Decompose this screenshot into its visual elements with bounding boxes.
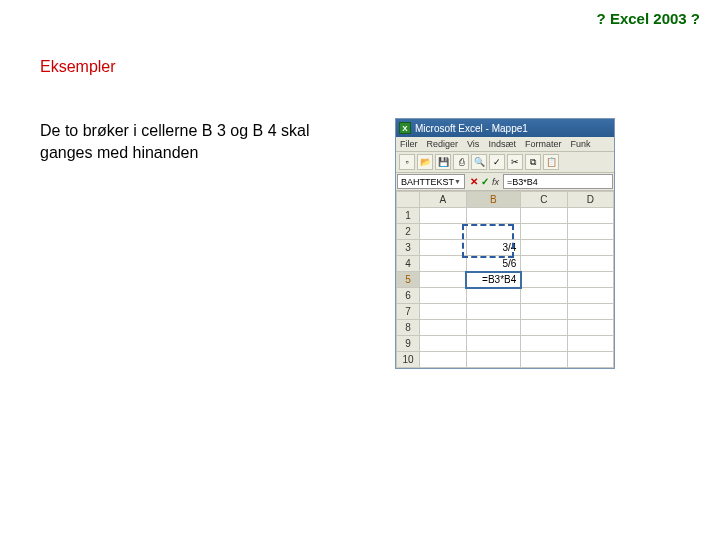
cell-d2[interactable] [567, 224, 613, 240]
row-header-7[interactable]: 7 [397, 304, 420, 320]
cell-a6[interactable] [420, 288, 466, 304]
excel-app-icon: X [399, 122, 411, 134]
cell-b10[interactable] [466, 352, 521, 368]
cell-d3[interactable] [567, 240, 613, 256]
spell-icon[interactable]: ✓ [489, 154, 505, 170]
menu-item-formater[interactable]: Formater [525, 139, 562, 149]
menu-item-indsaet[interactable]: Indsæt [488, 139, 516, 149]
cut-icon[interactable]: ✂ [507, 154, 523, 170]
confirm-icon[interactable]: ✓ [481, 176, 489, 187]
formula-value: =B3*B4 [507, 177, 538, 187]
cell-c5[interactable] [521, 272, 567, 288]
cell-a5[interactable] [420, 272, 466, 288]
cell-d4[interactable] [567, 256, 613, 272]
cell-a9[interactable] [420, 336, 466, 352]
cell-b2[interactable] [466, 224, 521, 240]
excel-window: X Microsoft Excel - Mappe1 Filer Rediger… [395, 118, 615, 369]
col-header-c[interactable]: C [521, 192, 567, 208]
open-icon[interactable]: 📂 [417, 154, 433, 170]
cell-c2[interactable] [521, 224, 567, 240]
menu-item-vis[interactable]: Vis [467, 139, 479, 149]
cell-d8[interactable] [567, 320, 613, 336]
col-header-b[interactable]: B [466, 192, 521, 208]
cell-d6[interactable] [567, 288, 613, 304]
row-header-10[interactable]: 10 [397, 352, 420, 368]
cell-b3[interactable]: 3/4 [466, 240, 521, 256]
row-header-9[interactable]: 9 [397, 336, 420, 352]
formula-input[interactable]: =B3*B4 [503, 174, 613, 189]
cell-d10[interactable] [567, 352, 613, 368]
row-header-8[interactable]: 8 [397, 320, 420, 336]
row-header-2[interactable]: 2 [397, 224, 420, 240]
new-icon[interactable]: ▫ [399, 154, 415, 170]
cell-b4[interactable]: 5/6 [466, 256, 521, 272]
cancel-icon[interactable]: ✕ [470, 176, 478, 187]
cell-a4[interactable] [420, 256, 466, 272]
cell-b8[interactable] [466, 320, 521, 336]
toolbar: ▫ 📂 💾 ⎙ 🔍 ✓ ✂ ⧉ 📋 [396, 152, 614, 173]
cell-a2[interactable] [420, 224, 466, 240]
row-header-3[interactable]: 3 [397, 240, 420, 256]
cell-b7[interactable] [466, 304, 521, 320]
cell-c7[interactable] [521, 304, 567, 320]
cell-c10[interactable] [521, 352, 567, 368]
menu-item-rediger[interactable]: Rediger [427, 139, 459, 149]
body-paragraph: De to brøker i cellerne B 3 og B 4 skal … [40, 120, 350, 163]
cell-a8[interactable] [420, 320, 466, 336]
paste-icon[interactable]: 📋 [543, 154, 559, 170]
menu-item-funk[interactable]: Funk [570, 139, 590, 149]
cell-c4[interactable] [521, 256, 567, 272]
cell-c3[interactable] [521, 240, 567, 256]
col-header-a[interactable]: A [420, 192, 466, 208]
cell-d1[interactable] [567, 208, 613, 224]
save-icon[interactable]: 💾 [435, 154, 451, 170]
cell-d5[interactable] [567, 272, 613, 288]
section-subtitle: Eksempler [40, 58, 116, 76]
preview-icon[interactable]: 🔍 [471, 154, 487, 170]
cell-c8[interactable] [521, 320, 567, 336]
grid-area: A B C D 1 2 33/4 45/6 5=B3*B4 6 7 8 9 10 [396, 191, 614, 368]
cell-d9[interactable] [567, 336, 613, 352]
cell-a7[interactable] [420, 304, 466, 320]
name-box-value: BAHTTEKST [401, 177, 454, 187]
cell-a10[interactable] [420, 352, 466, 368]
cell-c6[interactable] [521, 288, 567, 304]
dropdown-icon[interactable]: ▼ [454, 178, 461, 185]
page-title: ? Excel 2003 ? [597, 10, 700, 27]
formula-controls: ✕ ✓ fx [466, 173, 503, 190]
cell-b1[interactable] [466, 208, 521, 224]
window-title: Microsoft Excel - Mappe1 [415, 123, 528, 134]
cell-a3[interactable] [420, 240, 466, 256]
row-header-5[interactable]: 5 [397, 272, 420, 288]
menu-item-filer[interactable]: Filer [400, 139, 418, 149]
row-header-6[interactable]: 6 [397, 288, 420, 304]
cell-b5[interactable]: =B3*B4 [466, 272, 521, 288]
menubar: Filer Rediger Vis Indsæt Formater Funk [396, 137, 614, 152]
spreadsheet-grid[interactable]: A B C D 1 2 33/4 45/6 5=B3*B4 6 7 8 9 10 [396, 191, 614, 368]
formula-bar: BAHTTEKST ▼ ✕ ✓ fx =B3*B4 [396, 173, 614, 191]
cell-a1[interactable] [420, 208, 466, 224]
row-header-4[interactable]: 4 [397, 256, 420, 272]
cell-b9[interactable] [466, 336, 521, 352]
col-header-d[interactable]: D [567, 192, 613, 208]
cell-c1[interactable] [521, 208, 567, 224]
name-box[interactable]: BAHTTEKST ▼ [397, 174, 465, 189]
row-header-1[interactable]: 1 [397, 208, 420, 224]
copy-icon[interactable]: ⧉ [525, 154, 541, 170]
titlebar: X Microsoft Excel - Mappe1 [396, 119, 614, 137]
cell-c9[interactable] [521, 336, 567, 352]
select-all-corner[interactable] [397, 192, 420, 208]
cell-d7[interactable] [567, 304, 613, 320]
fx-icon[interactable]: fx [492, 177, 499, 187]
cell-b6[interactable] [466, 288, 521, 304]
print-icon[interactable]: ⎙ [453, 154, 469, 170]
